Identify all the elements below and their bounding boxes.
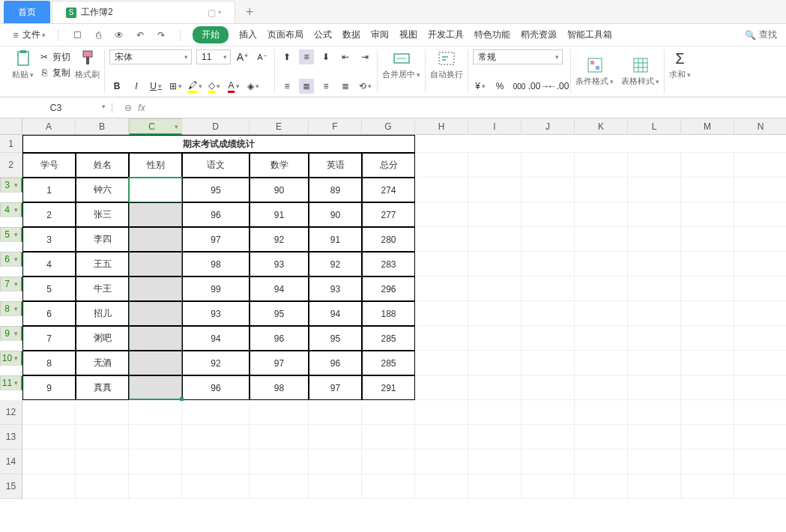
row-header[interactable]: 3 — [0, 178, 22, 193]
cell[interactable] — [22, 450, 76, 474]
cell[interactable] — [415, 227, 468, 252]
print-icon[interactable]: ⎙ — [91, 28, 105, 42]
cell[interactable] — [76, 400, 129, 425]
cell[interactable] — [250, 400, 309, 425]
cell[interactable]: 李四 — [76, 227, 129, 252]
cell[interactable] — [734, 400, 786, 425]
cell[interactable] — [575, 450, 628, 474]
format-painter-button[interactable]: 格式刷 — [75, 49, 100, 80]
orientation-button[interactable]: ⟲▾ — [357, 79, 372, 94]
cell[interactable] — [129, 400, 182, 425]
cell[interactable] — [522, 153, 575, 178]
cell[interactable] — [575, 351, 628, 375]
cell[interactable] — [681, 326, 734, 351]
paste-button[interactable]: 粘贴▾ — [12, 49, 34, 80]
cell[interactable]: 92 — [182, 351, 250, 375]
cell[interactable]: 1 — [22, 178, 76, 202]
comma-button[interactable]: 000 — [512, 79, 527, 94]
menu-data[interactable]: 数据 — [342, 28, 360, 41]
header-cell[interactable]: 学号 — [22, 153, 76, 178]
number-format-select[interactable]: 常规 — [473, 49, 563, 64]
cell[interactable]: 98 — [250, 375, 309, 400]
cell[interactable] — [628, 400, 681, 425]
cell[interactable] — [575, 276, 628, 301]
cell[interactable]: 4 — [22, 252, 76, 276]
cell[interactable] — [415, 178, 468, 202]
cell[interactable] — [309, 474, 362, 499]
col-header[interactable]: G — [362, 118, 415, 135]
cell[interactable] — [734, 474, 786, 499]
currency-button[interactable]: ¥▾ — [473, 79, 488, 94]
cell[interactable]: 张三 — [76, 202, 129, 227]
cell[interactable]: 95 — [182, 178, 250, 202]
tab-home[interactable]: 首页 — [4, 1, 50, 23]
cell[interactable]: 96 — [309, 351, 362, 375]
cell[interactable] — [22, 425, 76, 450]
cell[interactable] — [575, 425, 628, 450]
menu-formula[interactable]: 公式 — [314, 28, 332, 41]
active-cell[interactable] — [129, 178, 182, 202]
cell[interactable]: 96 — [182, 375, 250, 400]
cell[interactable]: 91 — [309, 227, 362, 252]
cell[interactable]: 王五 — [76, 252, 129, 276]
cell[interactable]: 90 — [250, 178, 309, 202]
cell[interactable]: 95 — [309, 326, 362, 351]
font-size-select[interactable]: 11 — [196, 49, 231, 64]
cell[interactable] — [522, 202, 575, 227]
copy-button[interactable]: ⎘复制 — [38, 67, 70, 79]
sum-button[interactable]: Σ 求和▾ — [669, 49, 691, 80]
cell[interactable]: 牛王 — [76, 276, 129, 301]
row-header[interactable]: 5 — [0, 227, 22, 242]
cell[interactable] — [522, 375, 575, 400]
fill-color-button[interactable]: ◇▾ — [207, 79, 222, 94]
percent-button[interactable]: % — [492, 79, 507, 94]
highlight-button[interactable]: 🖍▾ — [187, 79, 202, 94]
row-header[interactable]: 4 — [0, 202, 22, 217]
cell[interactable] — [575, 178, 628, 202]
col-header[interactable]: A — [22, 118, 76, 135]
row-header[interactable]: 8 — [0, 301, 22, 316]
cell[interactable]: 98 — [182, 252, 250, 276]
col-header[interactable]: F — [309, 118, 362, 135]
cell[interactable] — [628, 252, 681, 276]
cell[interactable] — [522, 400, 575, 425]
align-top-button[interactable]: ⬆ — [279, 49, 294, 64]
cell[interactable] — [681, 474, 734, 499]
menu-special[interactable]: 特色功能 — [474, 28, 510, 41]
cell[interactable] — [129, 202, 182, 227]
cell[interactable]: 90 — [309, 202, 362, 227]
cell[interactable]: 招儿 — [76, 301, 129, 326]
cell[interactable] — [362, 450, 415, 474]
cell[interactable] — [129, 450, 182, 474]
justify-button[interactable]: ≣ — [338, 79, 353, 94]
cell[interactable]: 97 — [182, 227, 250, 252]
cell[interactable] — [182, 474, 250, 499]
cell[interactable] — [628, 227, 681, 252]
cell[interactable]: 5 — [22, 276, 76, 301]
cell[interactable]: 291 — [362, 375, 415, 400]
cell[interactable] — [362, 400, 415, 425]
menu-layout[interactable]: 页面布局 — [267, 28, 303, 41]
select-all-corner[interactable] — [0, 118, 22, 135]
cell[interactable] — [575, 252, 628, 276]
row-header[interactable]: 6 — [0, 252, 22, 267]
cell[interactable] — [681, 450, 734, 474]
cell[interactable] — [522, 450, 575, 474]
cell[interactable] — [468, 153, 522, 178]
tab-add[interactable]: + — [235, 1, 264, 23]
cell[interactable]: 91 — [250, 202, 309, 227]
cell[interactable]: 97 — [250, 351, 309, 375]
cell[interactable] — [681, 178, 734, 202]
cell[interactable]: 93 — [250, 252, 309, 276]
cell[interactable] — [575, 400, 628, 425]
cell[interactable] — [415, 252, 468, 276]
cell[interactable] — [734, 450, 786, 474]
menu-start[interactable]: 开始 — [193, 26, 229, 43]
cell[interactable]: 钟六 — [76, 178, 129, 202]
cell[interactable] — [468, 227, 522, 252]
increase-font-button[interactable]: A⁺ — [235, 49, 250, 64]
col-header[interactable]: N — [734, 118, 786, 135]
cell[interactable] — [522, 227, 575, 252]
align-center-button[interactable]: ≣ — [299, 79, 314, 94]
cell[interactable] — [182, 400, 250, 425]
